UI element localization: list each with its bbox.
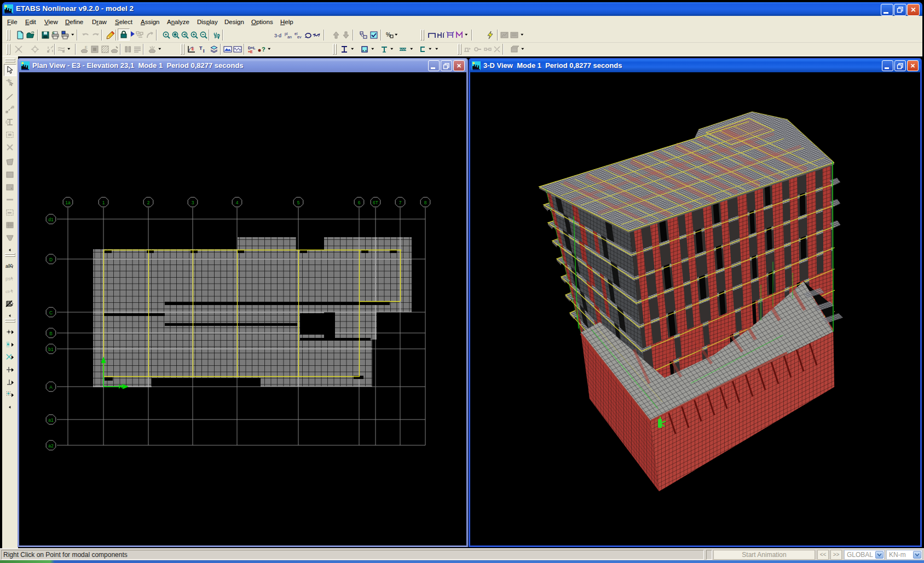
svg-text:3-d: 3-d (274, 33, 281, 38)
svg-text:8: 8 (424, 200, 427, 205)
svg-text:I: I (203, 48, 205, 54)
svg-text:E: E (85, 45, 88, 49)
svg-text:5: 5 (297, 200, 300, 205)
svg-text:4: 4 (236, 200, 239, 205)
svg-text:2: 2 (147, 200, 150, 205)
svg-text:B: B (49, 331, 53, 336)
svg-text:G: G (52, 31, 55, 35)
svg-text:1a: 1a (65, 200, 71, 205)
svg-text:6: 6 (358, 200, 361, 205)
svg-text:D: D (49, 257, 53, 262)
svg-text:ps: ps (5, 276, 11, 282)
svg-text:d1: d1 (48, 217, 54, 222)
svg-text:ev: ev (297, 35, 302, 39)
svg-text:C: C (49, 310, 53, 315)
svg-text:b1: b1 (48, 347, 54, 352)
svg-text:clr: clr (5, 289, 10, 294)
svg-text:3: 3 (192, 200, 194, 205)
svg-text:?: ? (262, 46, 265, 53)
svg-text:+E: +E (248, 50, 253, 54)
svg-text:D+L: D+L (248, 46, 256, 50)
svg-text:6T: 6T (373, 200, 378, 205)
svg-text:E: E (192, 47, 194, 51)
svg-text:7: 7 (399, 200, 402, 205)
svg-text:a1: a1 (48, 417, 54, 423)
svg-text:A: A (49, 384, 53, 390)
svg-text:a2: a2 (48, 443, 54, 449)
svg-text:all: all (5, 263, 10, 269)
svg-text:1: 1 (102, 200, 105, 205)
svg-text:an: an (287, 35, 292, 39)
svg-text:T: T (199, 45, 203, 51)
